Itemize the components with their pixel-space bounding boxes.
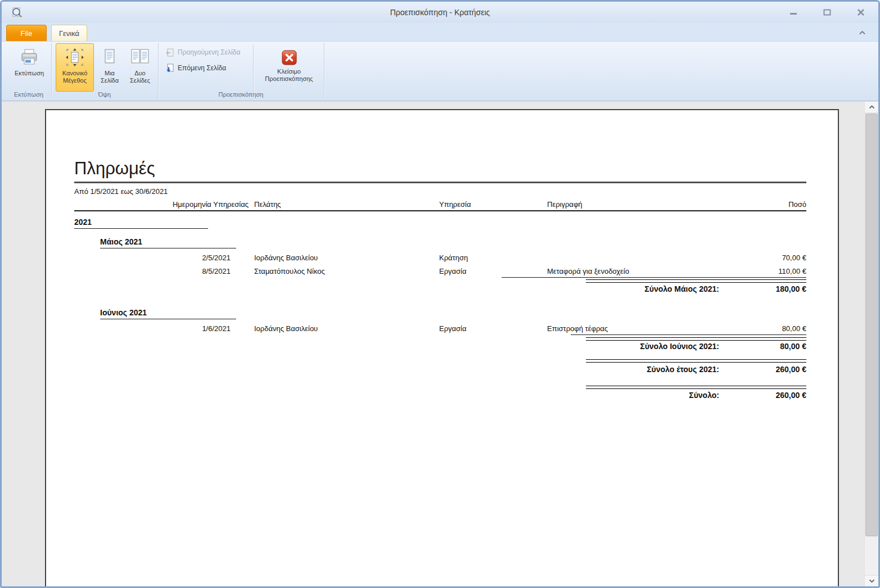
scroll-up-button[interactable] (865, 102, 878, 113)
title-rule (74, 182, 806, 183)
month-group-label: Ιούνιος 2021 (100, 308, 147, 317)
detail-rule (571, 334, 806, 335)
collapse-ribbon-button[interactable] (856, 28, 868, 37)
month-total-amount: 80,00 € (722, 342, 806, 351)
ribbon: Εκτύπωση Εκτύπωση Κανονικό Μέγεθος (2, 41, 878, 101)
total-double-rule (586, 359, 806, 363)
month-group-rule (100, 248, 236, 248)
tab-general[interactable]: Γενικά (51, 25, 87, 41)
normal-size-button-label: Κανονικό Μέγεθος (56, 70, 93, 84)
maximize-button[interactable] (819, 7, 836, 17)
close-preview-button-label: Κλείσιμο Προεπισκόπησης (256, 68, 322, 83)
header-rule (74, 210, 806, 211)
cell-service: Κράτηση (439, 254, 468, 262)
cell-service: Εργασία (439, 267, 467, 275)
ribbon-tabstrip: File Γενικά (2, 23, 878, 41)
printer-icon (20, 48, 39, 67)
close-preview-button[interactable]: Κλείσιμο Προεπισκόπησης (256, 43, 322, 92)
cell-customer: Ιορδάνης Βασιλείου (254, 254, 318, 262)
titlebar: Προεπισκόπηση - Κρατήσεις (2, 2, 878, 23)
report-page: Πληρωμές Από 1/5/2021 εως 30/6/2021 Ημερ… (45, 109, 839, 586)
print-button-label: Εκτύπωση (15, 70, 44, 77)
one-page-icon (100, 48, 119, 67)
cell-service: Εργασία (439, 324, 467, 333)
cell-customer: Σταματόπουλος Νίκος (254, 267, 325, 275)
ribbon-inner-separator (253, 45, 254, 97)
close-button[interactable] (852, 7, 869, 17)
scrollbar-thumb[interactable] (865, 114, 878, 536)
normal-size-button[interactable]: Κανονικό Μέγεθος (56, 43, 94, 92)
year-total-amount: 260,00 € (722, 365, 806, 374)
report-date-range: Από 1/5/2021 εως 30/6/2021 (74, 187, 168, 196)
minimize-button[interactable] (785, 7, 802, 17)
total-double-rule (586, 279, 806, 283)
column-header-description: Περιγραφή (547, 200, 583, 209)
month-total-label: Σύνολο Μάιος 2021: (550, 284, 719, 293)
report-title: Πληρωμές (74, 159, 155, 179)
ribbon-group-separator (158, 43, 159, 98)
chevron-up-icon (859, 30, 866, 35)
column-header-date: Ημερομηνία Υπηρεσίας (125, 200, 249, 209)
cell-date: 1/6/2021 (147, 324, 231, 333)
column-header-customer: Πελάτης (254, 200, 281, 209)
print-button[interactable]: Εκτύπωση (10, 43, 49, 92)
year-group-rule (74, 228, 208, 229)
grand-total-label: Σύνολο: (550, 391, 719, 400)
month-group-label: Μάιος 2021 (100, 237, 142, 246)
column-header-service: Υπηρεσία (439, 200, 471, 209)
cell-description: Επιστροφή τέφρας (547, 324, 608, 333)
year-group-label: 2021 (74, 218, 92, 227)
vertical-scrollbar[interactable] (864, 102, 878, 586)
preview-group-label: Προεπισκόπηση (158, 91, 324, 98)
two-pages-icon (130, 48, 150, 67)
total-double-rule (586, 386, 806, 389)
app-window: Προεπισκόπηση - Κρατήσεις File Γενικά (0, 0, 880, 588)
previous-page-icon (165, 48, 174, 57)
ribbon-group-separator (324, 43, 324, 98)
year-total-label: Σύνολο έτους 2021: (550, 365, 719, 374)
cell-date: 8/5/2021 (147, 267, 231, 275)
ribbon-group-separator (51, 43, 52, 98)
cell-amount: 80,00 € (722, 324, 806, 333)
print-group-label: Εκτύπωση (6, 91, 51, 98)
two-pages-button[interactable]: Δυο Σελίδες (125, 43, 155, 92)
cell-amount: 110,00 € (722, 267, 806, 275)
two-pages-button-label: Δυο Σελίδες (125, 70, 155, 84)
month-group-rule (100, 319, 236, 319)
tab-file[interactable]: File (6, 25, 47, 41)
previous-page-button[interactable]: Προηγούμενη Σελίδα (165, 46, 240, 59)
cell-date: 2/5/2021 (147, 254, 231, 262)
scroll-up-icon (869, 105, 875, 109)
window-controls (785, 7, 869, 17)
next-page-button-label: Επόμενη Σελίδα (178, 64, 226, 72)
preview-workspace: Πληρωμές Από 1/5/2021 εως 30/6/2021 Ημερ… (2, 102, 878, 586)
cell-amount: 70,00 € (722, 254, 806, 262)
one-page-button[interactable]: Μια Σελίδα (96, 43, 123, 92)
total-double-rule (586, 337, 806, 341)
close-preview-icon (282, 50, 297, 65)
next-page-icon (165, 64, 174, 73)
normal-size-icon (65, 48, 84, 67)
view-group-label: Όψη (51, 91, 158, 98)
window-title: Προεπισκόπηση - Κρατήσεις (2, 8, 878, 17)
month-total-amount: 180,00 € (722, 284, 806, 293)
scroll-down-icon (869, 579, 875, 583)
grand-total-amount: 260,00 € (722, 391, 806, 400)
scroll-down-button[interactable] (865, 575, 878, 586)
column-header-amount: Ποσό (750, 200, 806, 209)
previous-page-button-label: Προηγούμενη Σελίδα (178, 48, 240, 56)
next-page-button[interactable]: Επόμενη Σελίδα (165, 61, 226, 75)
month-total-label: Σύνολο Ιούνιος 2021: (550, 342, 719, 351)
cell-description: Μεταφορά για ξενοδοχείο (547, 267, 629, 275)
one-page-button-label: Μια Σελίδα (97, 70, 123, 84)
cell-customer: Ιορδάνης Βασιλείου (254, 324, 318, 333)
detail-rule (502, 277, 806, 278)
